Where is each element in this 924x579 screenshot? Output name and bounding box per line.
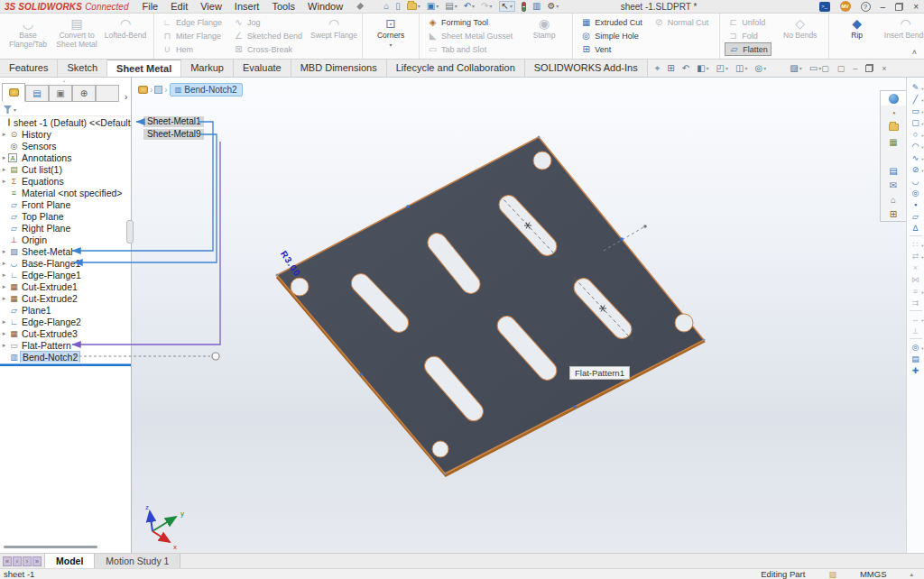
panel-drag-handle[interactable]: •	[60, 80, 69, 82]
taskpane-tab-view-palette[interactable]: ▦	[881, 134, 906, 149]
taskpane-tab-appearances-scenes[interactable]	[881, 149, 906, 163]
panel-tab-undefined[interactable]	[2, 83, 25, 102]
units-caret-icon[interactable]: ▴	[910, 571, 913, 578]
ribbon-forming-tool[interactable]: ◈Forming Tool	[424, 15, 515, 29]
ribbon-insert-bends[interactable]: ◠Insert Bends	[882, 15, 924, 41]
section-view-icon[interactable]: ◧▾	[697, 63, 708, 73]
ribbon-collapse-icon[interactable]: ˄	[912, 48, 917, 57]
ribbon-vent[interactable]: ⊞Vent	[578, 42, 645, 56]
document-window-left-icon[interactable]: ▢	[821, 64, 829, 73]
repair-sketch-tool[interactable]: ✚	[908, 364, 924, 376]
first-tab-button[interactable]: «	[3, 556, 12, 566]
display-style-icon[interactable]: ◫▾	[735, 63, 747, 73]
smart-dimension-tool[interactable]: ↔▾	[908, 313, 924, 325]
offset-entities-tool[interactable]: ≡▾	[908, 285, 924, 297]
tab-sheet-metal[interactable]: Sheet Metal	[107, 60, 181, 77]
tree-item-history[interactable]: ▸⊙History	[0, 128, 131, 140]
tree-item-front-plane[interactable]: ▱Front Plane	[0, 198, 131, 210]
undo-icon[interactable]: ↶▾	[464, 2, 475, 11]
panel-tab-undefined[interactable]: ⊕	[72, 85, 96, 102]
expand-icon[interactable]: ▸	[0, 178, 8, 185]
tree-item-cut-extrude2[interactable]: ▸▦Cut-Extrude2	[0, 292, 131, 304]
ribbon-rip[interactable]: ◆Rip	[834, 15, 881, 41]
ribbon-flatten[interactable]: ▱Flatten	[725, 42, 772, 56]
breadcrumb-feature[interactable]: ▥ Bend-Notch2	[170, 83, 243, 96]
tab-features[interactable]: Features	[0, 60, 58, 77]
taskpane-tab-file-explorer[interactable]	[881, 120, 906, 134]
ribbon-no-bends[interactable]: ◇No Bends	[777, 15, 824, 41]
tree-item-annotations[interactable]: ▸AAnnotations	[0, 152, 131, 163]
ribbon-fold[interactable]: ⊐Fold	[725, 29, 772, 42]
ribbon-normal-cut[interactable]: ⊘Normal Cut	[651, 15, 712, 29]
expand-icon[interactable]: ▸	[0, 131, 8, 138]
expand-icon[interactable]: ▸	[0, 271, 8, 279]
mirror-entities-tool[interactable]: ⋈	[908, 273, 924, 285]
tree-item-cut-extrude1[interactable]: ▸▦Cut-Extrude1	[0, 280, 131, 292]
tree-item-equations[interactable]: ▸ΣEquations	[0, 175, 131, 187]
point-tool[interactable]: ▪	[908, 198, 924, 210]
ribbon-hem[interactable]: ∪Hem	[159, 42, 225, 56]
ribbon-unfold[interactable]: ⊏Unfold	[725, 15, 772, 29]
arc-tool[interactable]: ◠▾	[908, 140, 924, 152]
corner-rectangle-tool[interactable]: ▭▾	[908, 105, 924, 116]
perimeter-circle-tool[interactable]: ◎	[908, 187, 924, 198]
display-settings-icon[interactable]: ▥	[532, 2, 541, 11]
callout-sheet-metal9[interactable]: Sheet-Metal9	[143, 129, 204, 140]
ribbon-miter-flange[interactable]: ⊓Miter Flange	[159, 29, 225, 42]
straight-slot-tool[interactable]: ▢▾	[908, 116, 924, 128]
expand-icon[interactable]: ▸	[0, 283, 8, 290]
tree-item-base-flange1[interactable]: ▸◡Base-Flange1	[0, 257, 131, 269]
mirror-tool[interactable]: ∆	[908, 222, 924, 234]
ribbon-edge-flange[interactable]: ∟Edge Flange	[159, 15, 225, 29]
tree-item-cut-extrude3[interactable]: ▸▦Cut-Extrude3	[0, 327, 131, 339]
tree-item-flat-pattern[interactable]: ▸▭Flat-Pattern	[0, 339, 131, 351]
callout-sheet-metal1[interactable]: Sheet-Metal1	[143, 116, 204, 127]
expand-icon[interactable]: ▸	[0, 318, 8, 326]
document-window-right-icon[interactable]: ▢	[837, 64, 845, 73]
menu-file[interactable]: File	[136, 1, 165, 12]
3dexperience-launcher-icon[interactable]: >_	[819, 2, 830, 12]
print-icon[interactable]: ▤▾	[445, 2, 457, 11]
menu-insert[interactable]: Insert	[228, 1, 266, 12]
ribbon-cross-break[interactable]: ⊠Cross-Break	[230, 42, 305, 56]
tree-horizontal-scrollbar[interactable]	[4, 546, 97, 548]
spline-tool[interactable]: ∿▾	[908, 152, 924, 163]
linear-sketch-pattern-tool[interactable]: ∷▾	[908, 238, 924, 250]
previous-view-icon[interactable]: ↶	[682, 63, 689, 73]
ribbon-swept-flange[interactable]: ◠Swept Flange	[310, 15, 357, 41]
document-minimize-icon[interactable]: –	[853, 64, 857, 73]
tab-sketch[interactable]: Sketch	[58, 60, 107, 77]
hide-show-items-icon[interactable]: ◎▾	[755, 63, 767, 73]
expand-icon[interactable]: ▸	[0, 154, 8, 161]
circle-tool[interactable]: ○▾	[908, 128, 924, 140]
apply-scene-icon[interactable]: ▨▾	[790, 63, 801, 73]
plane-tool[interactable]: ▱	[908, 210, 924, 222]
tree-item-top-plane[interactable]: ▱Top Plane	[0, 210, 131, 222]
tree-filter-row[interactable]: ▾	[0, 104, 131, 116]
ellipse-tool[interactable]: ⊘▾	[908, 163, 924, 175]
window-restore-icon[interactable]	[895, 3, 903, 11]
panel-tabs-overflow-icon[interactable]: ›	[125, 92, 127, 102]
status-units[interactable]: MMGS	[860, 569, 887, 579]
menu-window[interactable]: Window	[301, 1, 349, 12]
zoom-to-area-icon[interactable]: ⊞	[667, 63, 674, 73]
ribbon-sketched-bend[interactable]: ∠Sketched Bend	[230, 29, 305, 42]
tree-item-cut-list-1[interactable]: ▸▤Cut list(1)	[0, 163, 131, 175]
edit-appearance-icon[interactable]	[773, 64, 782, 73]
tab-model[interactable]: Model	[44, 554, 95, 568]
tree-item-sheet-1-default-default-displa[interactable]: sheet -1 (Default) <<Default>_Displa	[0, 116, 131, 128]
home-icon[interactable]: ⌂	[383, 2, 389, 11]
ribbon-lofted-bend[interactable]: ◠Lofted-Bend	[102, 15, 149, 41]
zoom-to-fit-icon[interactable]: ⌖	[655, 63, 661, 74]
last-tab-button[interactable]: »	[32, 556, 42, 566]
tree-item-edge-flange2[interactable]: ▸∟Edge-Flange2	[0, 316, 131, 327]
next-tab-button[interactable]: ›	[23, 556, 32, 566]
sketch-tool[interactable]: ✎▾	[908, 81, 924, 93]
window-close-button[interactable]: ×	[913, 2, 919, 12]
ribbon-stamp[interactable]: ◉Stamp	[521, 15, 568, 41]
tree-item-right-plane[interactable]: ▱Right Plane	[0, 222, 131, 234]
tree-item-material-not-specified[interactable]: ≡Material <not specified>	[0, 187, 131, 198]
view-orientation-icon[interactable]: ◰▾	[716, 63, 728, 73]
sketch-picture-tool[interactable]: ▤	[908, 353, 924, 364]
ribbon-base-flange-tab[interactable]: ◡Base Flange/Tab	[5, 15, 51, 50]
